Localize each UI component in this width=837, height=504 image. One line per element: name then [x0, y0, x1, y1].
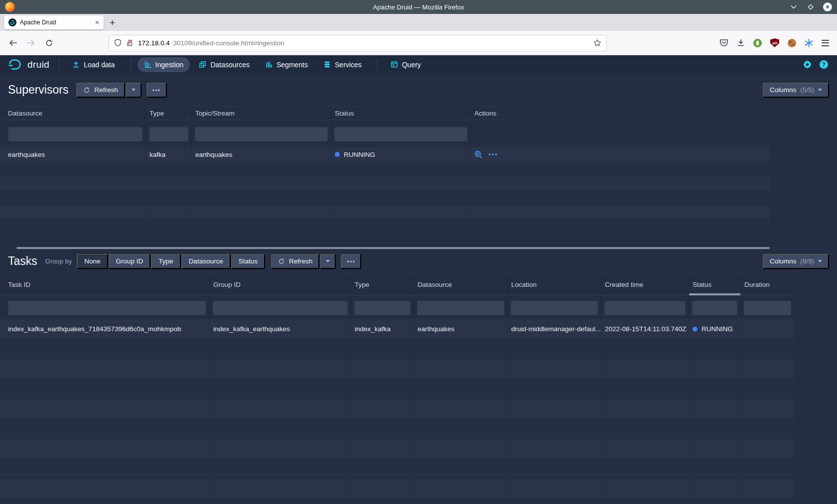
tab-bar: Apache Druid × +	[0, 14, 837, 31]
reload-icon[interactable]	[41, 35, 57, 51]
column-header-duration[interactable]: Duration	[741, 274, 794, 295]
datasources-cubes-icon	[199, 61, 206, 68]
browser-tab[interactable]: Apache Druid ×	[4, 15, 104, 29]
downloads-icon[interactable]	[737, 39, 745, 47]
forward-icon[interactable]	[23, 35, 39, 51]
group-by-status-button[interactable]: Status	[231, 254, 265, 269]
url-host: 172.18.0.4	[138, 39, 170, 47]
query-console-icon	[391, 61, 398, 68]
menu-icon[interactable]	[822, 40, 829, 46]
group-by-none-button[interactable]: None	[77, 254, 108, 269]
tasks-refresh-button[interactable]: Refresh	[271, 254, 319, 269]
column-header-type[interactable]: Type	[146, 107, 192, 120]
nav-query[interactable]: Query	[384, 57, 427, 72]
shield-icon[interactable]	[114, 39, 122, 47]
druid-navbar: druid Load data Ingestion Datasources Se…	[0, 55, 837, 74]
supervisors-refresh-button[interactable]: Refresh	[76, 83, 125, 98]
tasks-filter-row	[0, 296, 794, 319]
nav-datasources[interactable]: Datasources	[192, 57, 256, 72]
group-by-group-id-button[interactable]: Group ID	[109, 254, 151, 269]
status-filter-input[interactable]	[334, 126, 467, 141]
pocket-icon[interactable]	[719, 39, 728, 47]
maximize-icon[interactable]	[806, 2, 815, 11]
group-by-label: Group by	[45, 257, 72, 265]
task-row[interactable]: index_kafka_earthquakes_7184357396d6c0a_…	[0, 319, 794, 339]
column-header-topic-stream[interactable]: Topic/Stream	[192, 107, 331, 120]
group-by-button-group: None Group ID Type Datasource Status	[77, 254, 265, 269]
table-row-empty	[0, 359, 794, 379]
supervisors-header: Supervisors Refresh ••• Columns (5/5)	[0, 74, 837, 106]
row-more-actions-icon[interactable]: •••	[489, 151, 498, 158]
bookmark-star-icon[interactable]	[593, 39, 601, 47]
close-window-icon[interactable]: ×	[823, 2, 832, 11]
window-titlebar: Apache Druid — Mozilla Firefox ×	[0, 0, 837, 14]
url-bar[interactable]: 172.18.0.4:30109/unified-console.html#in…	[109, 35, 607, 51]
column-header-created-time[interactable]: Created time	[601, 274, 689, 295]
firefox-window: Apache Druid — Mozilla Firefox × Apache …	[0, 0, 837, 504]
column-header-type[interactable]: Type	[351, 274, 414, 295]
minimize-icon[interactable]	[789, 2, 798, 11]
back-icon[interactable]	[5, 35, 21, 51]
column-header-status[interactable]: Status	[689, 274, 741, 295]
column-header-datasource[interactable]: Datasource	[414, 274, 508, 295]
inspect-payload-icon[interactable]	[474, 150, 483, 159]
nav-services[interactable]: Services	[317, 57, 368, 72]
column-header-actions[interactable]: Actions	[471, 107, 770, 120]
datasource-filter-input[interactable]	[417, 300, 504, 315]
segments-bars-icon	[265, 61, 273, 68]
tab-title: Apache Druid	[20, 19, 92, 26]
datasource-filter-input[interactable]	[8, 126, 142, 141]
table-row-empty	[0, 339, 794, 359]
column-header-location[interactable]: Location	[508, 274, 601, 295]
tasks-more-button[interactable]: •••	[341, 254, 361, 269]
supervisors-title: Supervisors	[8, 83, 68, 97]
supervisor-row[interactable]: earthquakes kafka earthquakes RUNNING ••…	[0, 147, 770, 162]
nav-ingestion[interactable]: Ingestion	[138, 57, 190, 72]
druid-logo[interactable]: druid	[5, 58, 52, 71]
insecure-lock-icon[interactable]	[126, 39, 134, 47]
supervisors-more-button[interactable]: •••	[146, 83, 167, 98]
tasks-table-header: Task ID Group ID Type Datasource Locatio…	[0, 273, 794, 296]
table-row-empty	[0, 191, 770, 205]
chevron-down-icon	[132, 89, 136, 91]
running-status-dot	[693, 327, 698, 332]
group-id-filter-input[interactable]	[213, 300, 348, 315]
column-header-status[interactable]: Status	[331, 107, 471, 120]
supervisors-refresh-dropdown-button[interactable]	[126, 83, 141, 98]
services-database-icon	[323, 61, 331, 68]
topic-stream-filter-input[interactable]	[195, 126, 328, 141]
nav-load-data[interactable]: Load data	[66, 57, 121, 72]
group-by-datasource-button[interactable]: Datasource	[181, 254, 231, 269]
status-filter-input[interactable]	[692, 300, 737, 315]
colorful-asterisk-extension-icon[interactable]	[805, 39, 813, 47]
chevron-down-icon	[326, 260, 330, 262]
supervisors-columns-button[interactable]: Columns (5/5)	[763, 83, 829, 98]
type-filter-input[interactable]	[149, 126, 188, 141]
column-header-task-id[interactable]: Task ID	[0, 274, 210, 295]
tasks-title: Tasks	[8, 254, 37, 268]
column-header-group-id[interactable]: Group ID	[210, 274, 351, 295]
upload-icon	[72, 61, 80, 68]
extension-icon[interactable]	[753, 39, 762, 47]
location-filter-input[interactable]	[511, 300, 598, 315]
table-row-empty	[0, 205, 770, 220]
nav-segments[interactable]: Segments	[259, 57, 314, 72]
task-id-filter-input[interactable]	[8, 300, 206, 315]
tasks-refresh-dropdown-button[interactable]	[320, 254, 336, 269]
ublock-origin-icon[interactable]: uO	[770, 38, 779, 47]
new-tab-button[interactable]: +	[110, 18, 115, 27]
table-row-empty	[0, 220, 770, 234]
column-header-datasource[interactable]: Datasource	[0, 107, 146, 120]
type-filter-input[interactable]	[354, 300, 411, 315]
created-time-filter-input[interactable]	[604, 300, 686, 315]
duration-filter-input[interactable]	[744, 300, 791, 315]
running-status-dot	[335, 152, 340, 157]
gear-icon[interactable]	[803, 60, 812, 69]
tasks-columns-button[interactable]: Columns (9/9)	[763, 254, 829, 269]
group-by-type-button[interactable]: Type	[151, 254, 180, 269]
cookie-extension-icon[interactable]	[788, 39, 796, 47]
close-tab-icon[interactable]: ×	[95, 19, 99, 26]
druid-favicon-icon	[8, 18, 16, 26]
tasks-header: Tasks Group by None Group ID Type Dataso…	[0, 249, 837, 273]
help-icon[interactable]: ?	[820, 60, 828, 69]
